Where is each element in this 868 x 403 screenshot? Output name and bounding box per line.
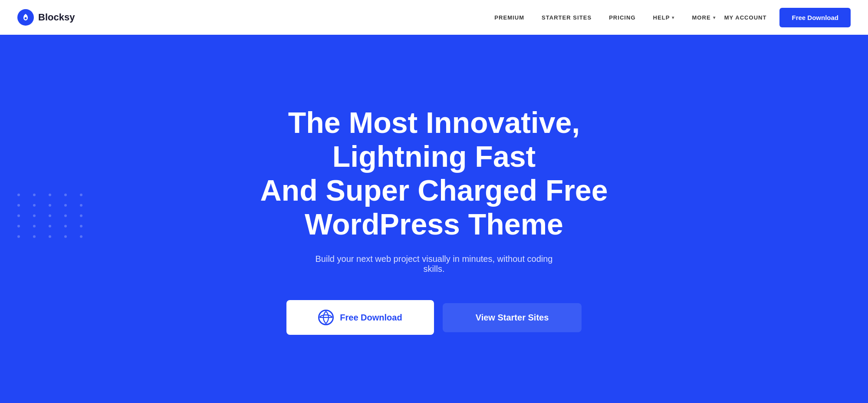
logo-icon — [17, 9, 34, 26]
chevron-down-icon: ▾ — [713, 15, 716, 20]
hero-subtitle: Build your next web project visually in … — [304, 254, 564, 274]
main-nav: PREMIUM STARTER SITES PRICING HELP ▾ MOR… — [494, 14, 715, 21]
logo-text: Blocksy — [38, 12, 75, 23]
hero-section: The Most Innovative, Lightning Fast And … — [0, 36, 868, 403]
dot-decoration — [17, 235, 20, 238]
dot-decoration — [17, 225, 20, 228]
dot-decoration — [17, 194, 20, 196]
wordpress-icon — [318, 310, 334, 325]
hero-view-starter-sites-button[interactable]: View Starter Sites — [443, 303, 582, 332]
nav-starter-sites[interactable]: STARTER SITES — [542, 14, 592, 21]
dot-decoration — [33, 215, 36, 217]
dot-decoration — [49, 225, 51, 228]
dot-decoration — [64, 215, 67, 217]
nav-pricing[interactable]: PRICING — [609, 14, 635, 21]
hero-buttons: Free Download View Starter Sites — [286, 300, 582, 335]
nav-premium[interactable]: PREMIUM — [494, 14, 524, 21]
nav-help[interactable]: HELP ▾ — [653, 14, 675, 21]
dot-decoration — [80, 194, 82, 196]
dot-decoration — [64, 235, 67, 238]
dot-decoration — [49, 204, 51, 207]
dot-decoration — [17, 215, 20, 217]
dot-decoration — [33, 225, 36, 228]
dot-grid-decoration — [17, 194, 88, 238]
dot-decoration — [64, 225, 67, 228]
dot-decoration — [64, 194, 67, 196]
hero-free-download-button[interactable]: Free Download — [286, 300, 434, 335]
nav-my-account[interactable]: MY ACCOUNT — [724, 14, 767, 21]
svg-point-0 — [25, 17, 27, 20]
dot-decoration — [33, 194, 36, 196]
dot-decoration — [33, 235, 36, 238]
dot-decoration — [17, 204, 20, 207]
dot-decoration — [33, 204, 36, 207]
hero-title: The Most Innovative, Lightning Fast And … — [239, 106, 629, 241]
logo-area[interactable]: Blocksy — [17, 9, 75, 26]
dot-decoration — [80, 215, 82, 217]
dot-decoration — [49, 215, 51, 217]
site-header: Blocksy PREMIUM STARTER SITES PRICING HE… — [0, 0, 868, 35]
dot-decoration — [64, 204, 67, 207]
nav-more[interactable]: MORE ▾ — [692, 14, 715, 21]
dot-decoration — [80, 235, 82, 238]
header-free-download-button[interactable]: Free Download — [779, 8, 851, 27]
dot-decoration — [80, 225, 82, 228]
chevron-down-icon: ▾ — [672, 15, 674, 20]
dot-decoration — [80, 204, 82, 207]
dot-decoration — [49, 194, 51, 196]
dot-decoration — [49, 235, 51, 238]
